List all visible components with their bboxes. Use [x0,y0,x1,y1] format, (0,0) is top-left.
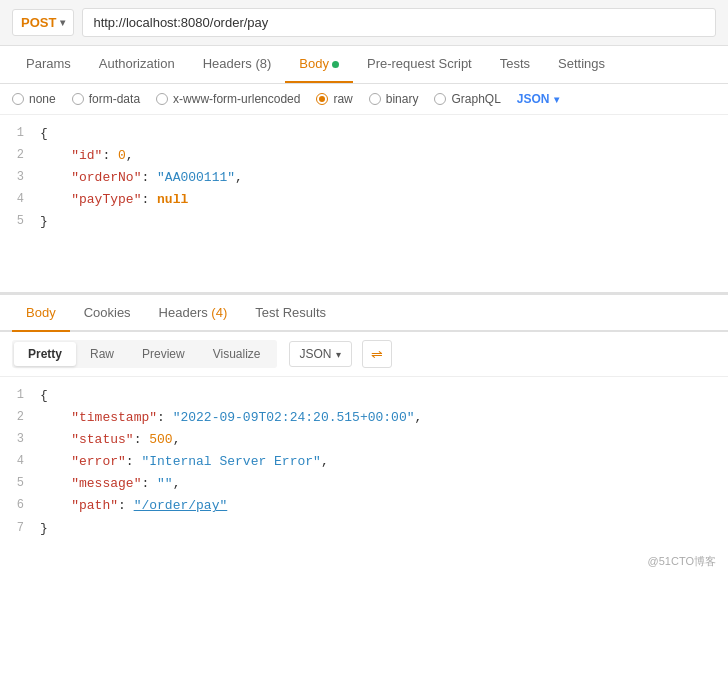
json-plain [40,148,71,163]
json-key: "error" [71,454,126,469]
tab-authorization[interactable]: Authorization [85,46,189,83]
json-number: 500 [149,432,172,447]
line-content: { [40,123,728,145]
response-tab-count: (4) [211,305,227,320]
body-type-label-none: none [29,92,56,106]
wrap-button[interactable]: ⇌ [362,340,392,368]
json-key: "status" [71,432,133,447]
tab-tests[interactable]: Tests [486,46,544,83]
url-input[interactable] [82,8,716,37]
line-number: 7 [0,518,40,538]
radio-binary [369,93,381,105]
response-tab-headers[interactable]: Headers (4) [145,295,242,332]
code-line-4: 4 "payType": null [0,189,728,211]
view-btn-pretty[interactable]: Pretty [14,342,76,366]
body-format-label: JSON [517,92,550,106]
line-number: 4 [0,451,40,471]
json-brace: } [40,214,48,229]
body-type-label-x-www-form-urlencoded: x-www-form-urlencoded [173,92,300,106]
view-btn-raw[interactable]: Raw [76,342,128,366]
radio-none [12,93,24,105]
body-type-none[interactable]: none [12,92,56,106]
tab-params[interactable]: Params [12,46,85,83]
body-type-x-www-form-urlencoded[interactable]: x-www-form-urlencoded [156,92,300,106]
response-tab-cookies[interactable]: Cookies [70,295,145,332]
code-line-2: 2 "timestamp": "2022-09-09T02:24:20.515+… [0,407,728,429]
body-type-label-graphql: GraphQL [451,92,500,106]
method-select[interactable]: POST ▾ [12,9,74,36]
body-type-label-raw: raw [333,92,352,106]
radio-raw [316,93,328,105]
json-plain: : [126,454,142,469]
code-line-2: 2 "id": 0, [0,145,728,167]
tab-prerequest[interactable]: Pre-request Script [353,46,486,83]
json-key: "id" [71,148,102,163]
code-line-4: 4 "error": "Internal Server Error", [0,451,728,473]
json-plain: , [415,410,423,425]
line-number: 3 [0,167,40,187]
response-format-chevron: ▾ [336,349,341,360]
request-tab-bar: ParamsAuthorizationHeaders (8)BodyPre-re… [0,46,728,84]
json-plain: , [126,148,134,163]
response-tab-body[interactable]: Body [12,295,70,332]
body-type-label-binary: binary [386,92,419,106]
json-plain: , [321,454,329,469]
json-null: null [157,192,188,207]
line-content: "message": "", [40,473,728,495]
tab-body[interactable]: Body [285,46,353,83]
json-plain: : [102,148,118,163]
json-plain [40,170,71,185]
view-btn-visualize[interactable]: Visualize [199,342,275,366]
body-type-bar: noneform-datax-www-form-urlencodedrawbin… [0,84,728,115]
json-plain: : [134,432,150,447]
response-toolbar: PrettyRawPreviewVisualizeJSON▾⇌ [0,332,728,377]
line-number: 2 [0,145,40,165]
line-content: { [40,385,728,407]
code-line-1: 1{ [0,123,728,145]
line-content: } [40,211,728,233]
json-plain: , [173,432,181,447]
url-bar: POST ▾ [0,0,728,46]
code-line-3: 3 "status": 500, [0,429,728,451]
json-plain: : [141,476,157,491]
body-format-chevron: ▾ [554,94,559,105]
tab-settings[interactable]: Settings [544,46,619,83]
body-type-form-data[interactable]: form-data [72,92,140,106]
json-plain [40,410,71,425]
body-type-raw[interactable]: raw [316,92,352,106]
line-content: "timestamp": "2022-09-09T02:24:20.515+00… [40,407,728,429]
code-line-3: 3 "orderNo": "AA000111", [0,167,728,189]
line-content: } [40,518,728,540]
body-type-binary[interactable]: binary [369,92,419,106]
response-view-group: PrettyRawPreviewVisualize [12,340,277,368]
json-plain: , [173,476,181,491]
body-type-label-form-data: form-data [89,92,140,106]
view-btn-preview[interactable]: Preview [128,342,199,366]
json-key: "payType" [71,192,141,207]
tab-headers[interactable]: Headers (8) [189,46,286,83]
response-tab-testresults[interactable]: Test Results [241,295,340,332]
body-type-graphql[interactable]: GraphQL [434,92,500,106]
response-tab-label: Headers [159,305,212,320]
json-key: "timestamp" [71,410,157,425]
json-string: "Internal Server Error" [141,454,320,469]
body-format-select[interactable]: JSON▾ [517,92,559,106]
line-content: "path": "/order/pay" [40,495,728,517]
json-key: "message" [71,476,141,491]
json-key: "path" [71,498,118,513]
json-plain [40,476,71,491]
line-number: 3 [0,429,40,449]
line-number: 5 [0,473,40,493]
line-number: 6 [0,495,40,515]
json-key: "orderNo" [71,170,141,185]
json-plain: : [118,498,134,513]
request-body-editor[interactable]: 1{2 "id": 0,3 "orderNo": "AA000111",4 "p… [0,115,728,295]
response-format-select[interactable]: JSON▾ [289,341,352,367]
line-number: 2 [0,407,40,427]
method-label: POST [21,15,56,30]
line-number: 4 [0,189,40,209]
line-number: 1 [0,123,40,143]
watermark: @51CTO博客 [0,548,728,575]
line-number: 5 [0,211,40,231]
json-plain: : [141,192,157,207]
